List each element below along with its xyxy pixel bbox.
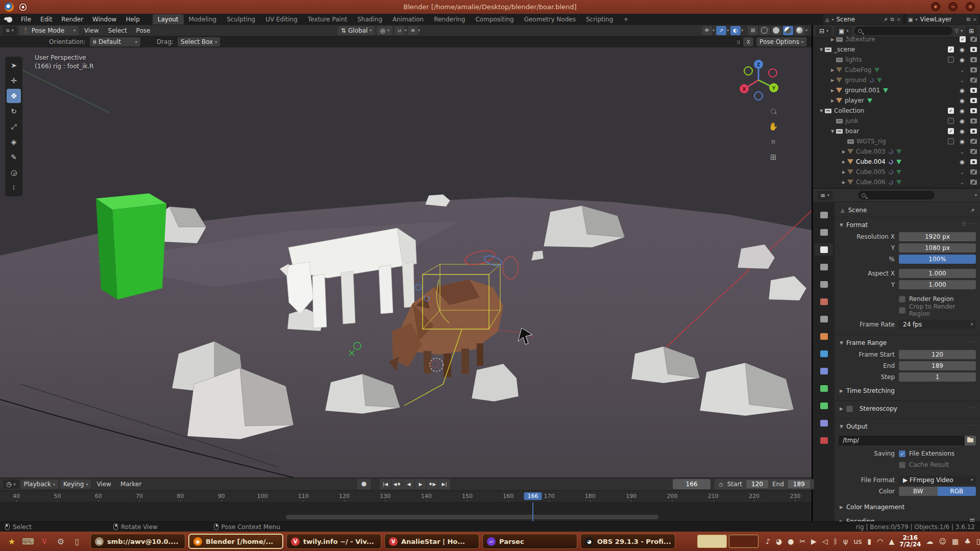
file-cabinet-icon[interactable]: ▯: [71, 536, 83, 547]
color-rgb-button[interactable]: RGB: [938, 487, 976, 496]
hide-eye-icon[interactable]: ◉: [959, 46, 966, 53]
menu-item[interactable]: Help: [121, 14, 144, 24]
pin-icon[interactable]: 📌︎: [970, 208, 975, 213]
timeline-end-field[interactable]: 189: [788, 480, 810, 488]
shade-window-button[interactable]: ▾: [931, 2, 940, 11]
taskbar-window-twily-info-viv-[interactable]: V twily.info ~/ - Viv...: [286, 534, 381, 549]
render-camera-icon[interactable]: [970, 37, 977, 42]
file-format-dropdown[interactable]: ▶ FFmpeg Video▾: [899, 475, 976, 485]
workspace-tab[interactable]: UV Editing: [260, 14, 303, 24]
menu-item[interactable]: Render: [57, 14, 88, 24]
outliner-item-3dtexture[interactable]: ▶3dtexture✓: [813, 34, 980, 44]
render-camera-icon[interactable]: [970, 139, 977, 144]
window-titlebar[interactable]: Blender [/home/amalie/Desktop/blender/bo…: [0, 0, 980, 14]
tab-object[interactable]: [815, 330, 833, 342]
close-button[interactable]: ✕: [966, 2, 975, 11]
pose-menu[interactable]: Pose: [132, 27, 155, 34]
wifi-icon[interactable]: ◠: [877, 537, 883, 545]
tab-object-data[interactable]: [815, 382, 833, 394]
resolution-percent-slider[interactable]: 100%: [899, 255, 976, 264]
bluetooth-icon[interactable]: ᛒ: [834, 537, 838, 545]
vivaldi-launcher-icon[interactable]: Ｖ: [39, 536, 50, 547]
render-camera-icon[interactable]: [970, 57, 977, 62]
tool-breakdowner[interactable]: ⁝: [7, 181, 21, 195]
calculator-icon[interactable]: ▦: [952, 537, 959, 545]
editor-type-button[interactable]: ⌗▾: [3, 26, 17, 35]
render-camera-icon[interactable]: [970, 149, 977, 154]
hide-eye-icon[interactable]: ⌄: [959, 77, 966, 84]
exclude-checkbox[interactable]: [948, 138, 954, 144]
keyboard-layout[interactable]: us: [853, 537, 862, 545]
usb-icon[interactable]: ψ: [843, 537, 848, 545]
gizmos-toggle[interactable]: ↗: [716, 26, 726, 35]
messenger-icon[interactable]: ●: [788, 537, 794, 545]
drag-dropdown[interactable]: Select Box▾: [178, 37, 220, 46]
next-keyframe-button[interactable]: ♦▶: [427, 479, 438, 489]
current-frame-badge[interactable]: 166: [524, 492, 542, 500]
unlink-scene-icon[interactable]: ✕: [897, 17, 901, 22]
battery-icon[interactable]: ▮: [868, 537, 872, 545]
tab-tool[interactable]: [815, 209, 833, 221]
color-bw-button[interactable]: BW: [899, 487, 938, 496]
crop-region-checkbox[interactable]: [899, 307, 905, 314]
new-scene-icon[interactable]: ⧉: [890, 16, 894, 22]
browse-folder-button[interactable]: [965, 436, 976, 445]
properties-options-icon[interactable]: ▾: [975, 193, 977, 197]
disclosure-icon[interactable]: ▶: [829, 68, 836, 72]
tab-modifiers[interactable]: [815, 417, 833, 429]
clipboard-leaf-icon[interactable]: ♣: [964, 537, 971, 545]
clock[interactable]: 2:167/2/24: [899, 535, 921, 548]
taskbar-window-parsec[interactable]: ▱ Parsec: [482, 534, 577, 549]
workspace-tab[interactable]: +: [618, 14, 633, 24]
hide-eye-icon[interactable]: ⌄: [959, 169, 966, 176]
pan-hand-icon[interactable]: ✋: [766, 120, 781, 133]
properties-search-input[interactable]: [858, 191, 935, 199]
aspect-x-field[interactable]: 1.000: [899, 269, 976, 278]
tools-icon[interactable]: ⚙: [55, 536, 66, 547]
emoji-icon[interactable]: ☺: [939, 537, 946, 545]
exclude-checkbox[interactable]: ✓: [948, 128, 954, 134]
3d-viewport[interactable]: User Perspective (166) rig : foot_ik.R ➤…: [0, 47, 812, 478]
playhead[interactable]: [532, 503, 533, 522]
shading-wireframe-button[interactable]: [760, 26, 770, 35]
render-camera-icon[interactable]: [970, 169, 977, 174]
outliner-item-CubeFog[interactable]: ▶CubeFog⌄: [813, 65, 980, 75]
disclosure-icon[interactable]: ▶: [841, 160, 847, 164]
workspace-tab[interactable]: Modeling: [184, 14, 222, 24]
tab-scene[interactable]: [815, 278, 833, 290]
terminal-icon[interactable]: ⌨: [22, 536, 34, 547]
tool-annotate[interactable]: ✎: [7, 150, 21, 164]
outliner-item-player[interactable]: ▶player◉: [813, 95, 980, 106]
stereoscopy-checkbox[interactable]: [846, 406, 853, 412]
filter-funnel-icon[interactable]: ▽: [954, 28, 959, 34]
render-camera-icon[interactable]: [970, 47, 977, 52]
visibility-dropdown[interactable]: 👁: [702, 26, 712, 35]
tab-bone[interactable]: [815, 399, 833, 412]
hide-eye-icon[interactable]: ◉: [959, 108, 966, 114]
output-section-header[interactable]: ▼Output: [835, 421, 980, 432]
disclosure-icon[interactable]: ▼: [818, 47, 824, 52]
taskbar-window-smb-awv-10-0-[interactable]: ▤ smb://awv@10.0....: [90, 534, 185, 549]
frame-step-field[interactable]: 1: [899, 372, 976, 382]
exclude-checkbox[interactable]: ✓: [960, 36, 966, 42]
output-path-field[interactable]: /tmp/: [839, 436, 965, 445]
disclosure-icon[interactable]: ▶: [841, 170, 847, 174]
render-camera-icon[interactable]: [970, 180, 977, 185]
green-cube[interactable]: [96, 193, 166, 299]
timeline-tracks[interactable]: [0, 503, 812, 522]
keying-menu[interactable]: Keying▾: [60, 480, 91, 489]
disclosure-icon[interactable]: ▶: [829, 78, 836, 83]
hide-eye-icon[interactable]: ◉: [959, 159, 966, 165]
remove-viewlayer-icon[interactable]: ✕: [973, 17, 977, 22]
disclosure-icon[interactable]: ▶: [841, 149, 847, 154]
volume-muted-icon[interactable]: ◁: [822, 537, 828, 545]
timeline-editor-type[interactable]: ◷▾: [3, 480, 19, 489]
workspace-tab[interactable]: Rendering: [429, 14, 470, 24]
jump-end-button[interactable]: ▶|: [438, 479, 450, 489]
resolution-y-field[interactable]: 1080 px: [899, 243, 976, 253]
outliner-item-Cube.003[interactable]: ▶Cube.003⌄: [813, 146, 980, 157]
tool-rotate[interactable]: ↻: [7, 104, 21, 118]
pose-options-dropdown[interactable]: Pose Options▾: [756, 37, 806, 46]
stereoscopy-header[interactable]: ▶Stereoscopy: [835, 403, 980, 414]
disclosure-icon[interactable]: ▼: [829, 129, 836, 134]
